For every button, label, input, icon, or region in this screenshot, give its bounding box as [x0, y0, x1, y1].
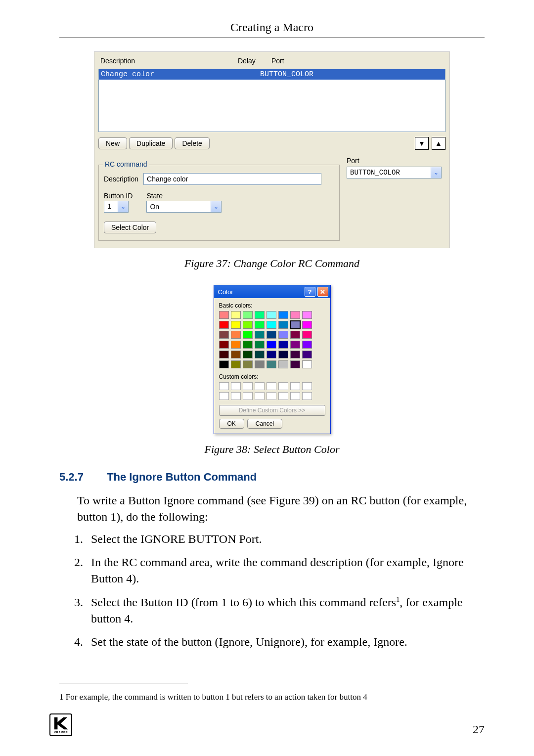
color-swatch[interactable]	[231, 321, 241, 329]
logo-brand: KRAMER	[54, 731, 68, 734]
color-swatch[interactable]	[231, 341, 241, 349]
list-cell-delay	[231, 70, 260, 79]
color-swatch[interactable]	[290, 341, 300, 349]
ok-button[interactable]: OK	[219, 419, 244, 429]
page-footer: KRAMER 27	[49, 713, 485, 736]
color-swatch[interactable]	[231, 351, 241, 358]
color-swatch[interactable]	[290, 321, 300, 329]
color-swatch[interactable]	[255, 311, 265, 319]
color-swatch[interactable]	[219, 341, 229, 349]
color-swatch[interactable]	[243, 351, 253, 358]
figure37-caption: Figure 37: Change Color RC Command	[59, 257, 485, 270]
state-label: State	[146, 192, 222, 200]
color-swatch[interactable]	[302, 331, 312, 339]
color-swatch[interactable]	[278, 331, 288, 339]
button-id-label: Button ID	[104, 192, 133, 200]
color-swatch[interactable]	[231, 311, 241, 319]
footnote-rule	[59, 683, 188, 683]
custom-color-slot[interactable]	[243, 382, 253, 390]
color-swatch[interactable]	[219, 351, 229, 358]
color-swatch[interactable]	[302, 351, 312, 358]
custom-color-slot[interactable]	[278, 392, 288, 400]
custom-color-slot[interactable]	[231, 392, 241, 400]
color-swatch[interactable]	[302, 360, 312, 368]
color-swatch[interactable]	[290, 331, 300, 339]
color-swatch[interactable]	[231, 331, 241, 339]
color-swatch[interactable]	[267, 331, 276, 339]
custom-color-slot[interactable]	[219, 382, 229, 390]
color-swatch[interactable]	[302, 311, 312, 319]
color-swatch[interactable]	[302, 341, 312, 349]
color-swatch[interactable]	[290, 360, 300, 368]
color-swatch[interactable]	[255, 321, 265, 329]
color-swatch[interactable]	[243, 341, 253, 349]
color-swatch[interactable]	[290, 311, 300, 319]
chevron-down-icon[interactable]: ⌄	[211, 201, 221, 212]
port-dropdown[interactable]: BUTTON_COLOR ⌄	[347, 167, 442, 178]
custom-color-slot[interactable]	[302, 382, 312, 390]
chevron-down-icon[interactable]: ⌄	[118, 201, 128, 212]
color-swatch[interactable]	[255, 360, 265, 368]
col-description: Description	[98, 55, 236, 67]
color-swatch[interactable]	[255, 331, 265, 339]
color-swatch[interactable]	[278, 351, 288, 358]
color-swatch[interactable]	[267, 321, 276, 329]
color-swatch[interactable]	[255, 351, 265, 358]
color-swatch[interactable]	[290, 351, 300, 358]
close-button[interactable]: ✕	[317, 287, 328, 297]
color-swatch[interactable]	[255, 341, 265, 349]
port-label: Port	[347, 157, 359, 165]
custom-color-slot[interactable]	[290, 382, 300, 390]
button-id-dropdown[interactable]: 1 ⌄	[104, 201, 129, 213]
color-swatch[interactable]	[278, 311, 288, 319]
dialog-title: Color	[218, 288, 303, 296]
custom-color-slot[interactable]	[267, 392, 276, 400]
custom-color-slot[interactable]	[302, 392, 312, 400]
color-swatch[interactable]	[302, 321, 312, 329]
commands-listview[interactable]: Change color BUTTON_COLOR	[98, 69, 445, 132]
select-color-button[interactable]: Select Color	[104, 222, 156, 233]
custom-color-slot[interactable]	[243, 392, 253, 400]
section-heading: 5.2.7 The Ignore Button Command	[59, 471, 485, 484]
custom-color-slot[interactable]	[278, 382, 288, 390]
cancel-button[interactable]: Cancel	[247, 419, 282, 429]
move-up-button[interactable]: ▲	[432, 137, 445, 150]
color-swatch[interactable]	[231, 360, 241, 368]
col-delay: Delay	[236, 55, 269, 67]
color-swatch[interactable]	[219, 311, 229, 319]
custom-color-slot[interactable]	[255, 392, 265, 400]
color-swatch[interactable]	[243, 321, 253, 329]
chevron-down-icon[interactable]: ⌄	[431, 167, 441, 178]
color-swatch[interactable]	[219, 321, 229, 329]
delete-button[interactable]: Delete	[175, 137, 209, 149]
color-swatch[interactable]	[267, 351, 276, 358]
description-input[interactable]	[143, 173, 321, 185]
duplicate-button[interactable]: Duplicate	[129, 137, 173, 149]
logo-icon	[52, 716, 69, 730]
color-swatch[interactable]	[219, 331, 229, 339]
list-row-selected[interactable]: Change color BUTTON_COLOR	[99, 69, 445, 80]
color-swatch[interactable]	[243, 331, 253, 339]
state-value: On	[147, 201, 211, 212]
custom-color-slot[interactable]	[231, 382, 241, 390]
color-swatch[interactable]	[278, 341, 288, 349]
color-swatch[interactable]	[243, 360, 253, 368]
custom-color-slot[interactable]	[219, 392, 229, 400]
color-swatch[interactable]	[267, 360, 276, 368]
color-swatch[interactable]	[267, 341, 276, 349]
custom-color-slot[interactable]	[290, 392, 300, 400]
help-button[interactable]: ?	[305, 287, 315, 297]
button-id-value: 1	[104, 201, 118, 212]
rc-command-group: RC command Description Button ID 1 ⌄ St	[98, 165, 340, 241]
color-swatch[interactable]	[278, 321, 288, 329]
color-swatch[interactable]	[267, 311, 276, 319]
new-button[interactable]: New	[98, 137, 127, 149]
color-swatch[interactable]	[243, 311, 253, 319]
custom-color-slot[interactable]	[255, 382, 265, 390]
color-swatch[interactable]	[278, 360, 288, 368]
move-down-button[interactable]: ▼	[415, 137, 429, 150]
color-swatch[interactable]	[219, 360, 229, 368]
state-dropdown[interactable]: On ⌄	[146, 201, 222, 213]
color-picker-dialog: Color ? ✕ Basic colors: Custom colors: D…	[214, 285, 331, 434]
custom-color-slot[interactable]	[267, 382, 276, 390]
